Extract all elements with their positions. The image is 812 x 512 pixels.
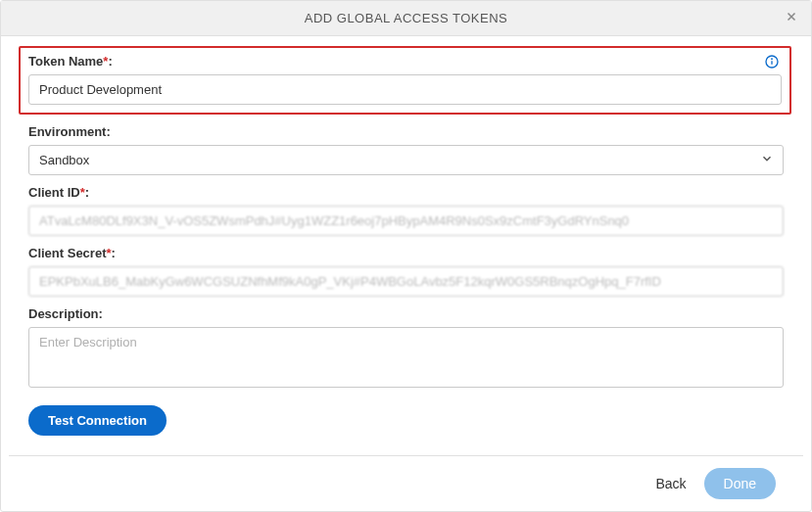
add-global-access-tokens-modal: ADD GLOBAL ACCESS TOKENS Token Name*: En… xyxy=(0,0,812,512)
description-label: Description: xyxy=(28,306,784,321)
done-button[interactable]: Done xyxy=(704,468,776,499)
close-icon xyxy=(785,10,798,27)
test-connection-button[interactable]: Test Connection xyxy=(28,405,167,436)
modal-title: ADD GLOBAL ACCESS TOKENS xyxy=(305,11,508,25)
required-asterisk: * xyxy=(106,246,111,260)
client-secret-label: Client Secret*: xyxy=(28,246,784,260)
svg-point-2 xyxy=(772,59,773,60)
token-name-label: Token Name*: xyxy=(28,54,782,69)
client-id-field: Client ID*: xyxy=(28,185,784,236)
modal-header: ADD GLOBAL ACCESS TOKENS xyxy=(1,1,811,36)
client-id-input[interactable] xyxy=(28,206,784,236)
client-secret-field: Client Secret*: xyxy=(28,246,784,297)
info-icon[interactable] xyxy=(764,54,780,73)
environment-select[interactable]: Sandbox xyxy=(28,145,784,175)
token-name-input[interactable] xyxy=(28,74,782,105)
environment-select-wrap: Sandbox xyxy=(28,145,784,175)
description-field: Description: xyxy=(28,306,784,392)
required-asterisk: * xyxy=(103,54,108,69)
description-textarea[interactable] xyxy=(28,327,784,388)
environment-label: Environment: xyxy=(28,124,784,139)
token-name-highlight: Token Name*: xyxy=(19,46,791,115)
back-button[interactable]: Back xyxy=(655,476,686,491)
modal-body: Token Name*: Environment: Sandbox Client… xyxy=(1,36,811,455)
modal-footer: Back Done xyxy=(9,455,803,511)
close-button[interactable] xyxy=(782,9,801,28)
client-id-label: Client ID*: xyxy=(28,185,784,200)
client-secret-input[interactable] xyxy=(28,266,784,297)
environment-field: Environment: Sandbox xyxy=(28,124,784,175)
required-asterisk: * xyxy=(80,185,85,200)
